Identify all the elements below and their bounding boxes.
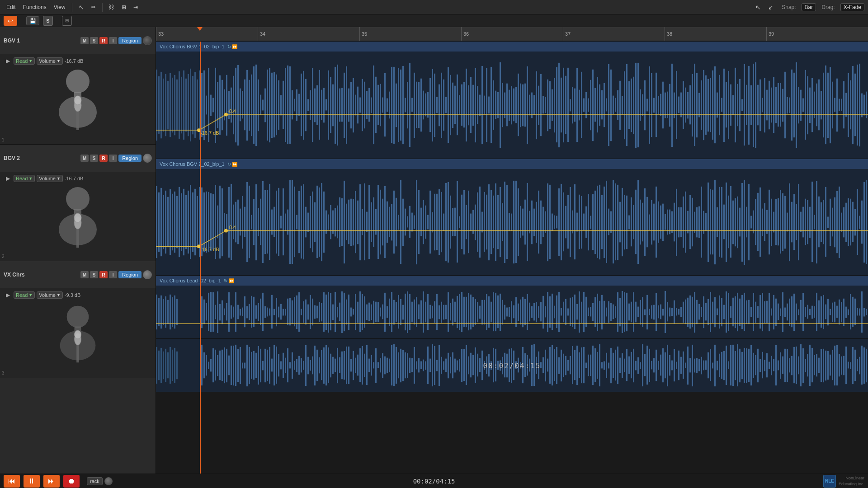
svg-rect-918 — [778, 304, 779, 320]
svg-rect-288 — [811, 78, 813, 132]
track-1-record[interactable]: R — [99, 37, 108, 44]
svg-rect-1201 — [726, 346, 727, 385]
track-2-pan[interactable] — [143, 154, 152, 163]
svg-rect-1122 — [547, 359, 548, 372]
undo-button[interactable]: ↩ — [4, 16, 17, 26]
track-2-play[interactable]: ▶ — [4, 174, 12, 183]
snap-value[interactable]: Bar — [802, 3, 816, 11]
view-menu[interactable]: View — [51, 3, 68, 11]
svg-rect-903 — [744, 293, 745, 331]
rewind-button[interactable]: ⏮ — [4, 475, 20, 488]
bottom-track-pan[interactable] — [104, 477, 113, 485]
save-icon-btn[interactable]: 💾 — [26, 16, 39, 25]
track-3-read[interactable]: Read ▼ — [14, 291, 35, 299]
svg-rect-1133 — [572, 346, 573, 384]
functions-menu[interactable]: Functions — [20, 3, 49, 11]
svg-rect-245 — [714, 66, 716, 143]
track-1-automation-row: ▶ Read ▼ Volume ▼ -16.7 dB — [4, 57, 152, 65]
track-3-input[interactable]: I — [109, 271, 117, 278]
svg-rect-746 — [389, 299, 390, 326]
svg-rect-430 — [402, 199, 404, 246]
svg-rect-756 — [411, 302, 413, 323]
track-3-record[interactable]: R — [99, 271, 108, 278]
track-1-read[interactable]: Read ▼ — [14, 57, 35, 65]
svg-rect-196 — [604, 83, 605, 127]
svg-rect-1047 — [377, 362, 379, 368]
track-3-solo[interactable]: S — [90, 271, 98, 278]
svg-rect-523 — [613, 180, 614, 263]
svg-rect-155 — [511, 86, 512, 125]
svg-rect-1128 — [561, 350, 562, 381]
separator-2 — [102, 3, 103, 12]
view-icon-btn[interactable]: ⊞ — [62, 16, 72, 26]
track-1-input[interactable]: I — [109, 37, 117, 44]
track-3-play[interactable]: ▶ — [4, 291, 12, 299]
cursor-tool[interactable]: ↖ — [753, 3, 764, 12]
forward-button[interactable]: ⏭ — [43, 475, 60, 488]
svg-rect-1253 — [843, 356, 844, 375]
track-2-region[interactable]: Region — [118, 155, 142, 162]
pointer-tool[interactable]: ↖ — [76, 3, 87, 12]
svg-rect-1129 — [563, 354, 564, 377]
track-2-lower-controls: ▶ Read ▼ Volume ▼ -16.7 dB — [4, 174, 152, 257]
locate-tool[interactable]: ⇥ — [131, 3, 141, 11]
track-2-record[interactable]: R — [99, 155, 108, 162]
svg-rect-123 — [439, 84, 440, 127]
track-1-solo[interactable]: S — [90, 37, 98, 44]
svg-rect-642 — [170, 189, 171, 255]
pause-button[interactable]: ⏸ — [24, 475, 40, 488]
track-1-play[interactable]: ▶ — [4, 57, 12, 65]
svg-rect-202 — [617, 90, 618, 120]
link-tool[interactable]: ⛓ — [106, 3, 117, 11]
track-3-mute[interactable]: M — [80, 271, 89, 278]
track-1-region[interactable]: Region — [118, 37, 142, 44]
track-1-mute[interactable]: M — [80, 37, 89, 44]
edit-menu[interactable]: Edit — [4, 3, 19, 11]
track-2-volume[interactable]: Volume ▼ — [37, 175, 63, 182]
svg-rect-675 — [228, 292, 230, 332]
svg-rect-917 — [775, 299, 777, 326]
cursor-down-tool[interactable]: ↙ — [765, 3, 776, 12]
bottom-track-dropdown[interactable]: rack — [87, 477, 103, 485]
svg-rect-500 — [561, 184, 562, 260]
track-1-volume[interactable]: Volume ▼ — [37, 57, 63, 65]
svg-rect-443 — [432, 212, 433, 233]
track-3-volume[interactable]: Volume ▼ — [37, 291, 63, 299]
svg-rect-506 — [574, 184, 576, 259]
pencil-tool[interactable]: ✏ — [89, 3, 99, 11]
record-button[interactable]: ⏺ — [63, 475, 80, 488]
track-lane-3[interactable]: Vox Chorus Lead_02_bip_1 ↻ ⏩ — [156, 276, 868, 339]
track-lane-1[interactable]: Vox Chorus BGV 1_02_bip_1 ↻ ⏩ — [156, 42, 868, 159]
track-3-pan[interactable] — [143, 270, 152, 279]
svg-rect-887 — [708, 299, 709, 325]
svg-rect-1067 — [423, 360, 424, 371]
svg-rect-163 — [529, 95, 530, 116]
svg-rect-203 — [619, 81, 621, 130]
svg-rect-932 — [809, 309, 811, 315]
marker-tool[interactable]: ⊞ — [119, 3, 129, 11]
svg-rect-409 — [355, 191, 356, 253]
svg-rect-305 — [850, 80, 851, 130]
svg-rect-941 — [830, 309, 831, 315]
svg-rect-39 — [249, 80, 250, 131]
svg-rect-630 — [854, 209, 856, 236]
drag-value[interactable]: X-Fade — [840, 3, 864, 11]
track-1-pan[interactable] — [143, 36, 152, 45]
svg-rect-842 — [606, 308, 607, 317]
svg-rect-96 — [377, 85, 379, 125]
track-2-read[interactable]: Read ▼ — [14, 175, 35, 182]
track-3-region[interactable]: Region — [118, 271, 142, 278]
svg-rect-818 — [552, 294, 553, 330]
track-lane-2[interactable]: Vox Chorus BGV 2_02_bip_1 ↻ ⏩ — [156, 159, 868, 276]
track-2-solo[interactable]: S — [90, 155, 98, 162]
svg-rect-98 — [382, 98, 383, 113]
track-2-mute[interactable]: M — [80, 155, 89, 162]
svg-rect-111 — [411, 98, 413, 112]
track-2-input[interactable]: I — [109, 155, 117, 162]
track-lane-4[interactable]: 00:02/04:15 — [156, 339, 868, 392]
svg-rect-971 — [206, 355, 207, 376]
svg-rect-294 — [825, 66, 826, 144]
solo-button[interactable]: S — [43, 16, 53, 26]
svg-rect-1137 — [581, 347, 582, 383]
svg-rect-1237 — [807, 354, 808, 377]
